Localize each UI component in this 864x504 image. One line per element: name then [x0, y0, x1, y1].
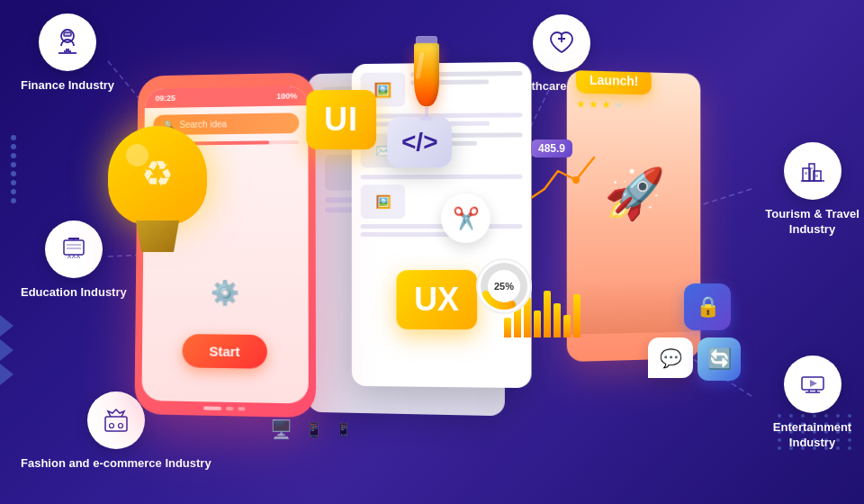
percentage-circle: 25% — [468, 250, 540, 322]
phone-battery: 100% — [276, 92, 297, 101]
entertainment-label: Entertainment Industry — [760, 420, 864, 451]
finance-icon-circle — [39, 14, 96, 71]
mobile-icon: 📱 — [336, 422, 351, 436]
svg-point-23 — [109, 424, 113, 428]
svg-rect-18 — [64, 240, 84, 255]
lightbulb-illustration: ♻ — [90, 126, 225, 288]
industry-tourism: Tourism & Travel Industry — [760, 142, 864, 238]
svg-point-24 — [118, 424, 122, 428]
desktop-icon: 🖥️ — [270, 418, 292, 440]
right-screen-mockup: Launch! ★ ★ ★ ★ 🚀 — [567, 70, 701, 362]
svg-rect-15 — [805, 172, 807, 175]
ui-badge: UI — [306, 90, 376, 149]
chat-bubble-icon: 💬 — [648, 338, 693, 378]
finance-label: Finance Industry — [21, 78, 114, 94]
launch-badge: Launch! — [576, 70, 652, 95]
stars-area: ★ ★ ★ ★ — [576, 98, 624, 112]
ux-badge: UX — [396, 270, 477, 329]
entertainment-icon-circle — [784, 356, 842, 413]
code-badge: </> — [387, 117, 452, 167]
lock-icon-box: 🔒 — [684, 284, 731, 330]
industry-entertainment: Entertainment Industry — [760, 356, 864, 451]
graph-line — [531, 153, 603, 207]
svg-rect-16 — [811, 167, 813, 169]
svg-rect-17 — [815, 175, 818, 177]
arrow-decorations-left — [0, 315, 14, 388]
svg-text:A A A: A A A — [68, 254, 80, 259]
refresh-icon-box: 🔄 — [698, 338, 741, 381]
tourism-label: Tourism & Travel Industry — [760, 207, 864, 238]
svg-point-33 — [572, 176, 580, 184]
start-button[interactable]: Start — [209, 343, 239, 359]
svg-rect-22 — [105, 417, 127, 431]
fashion-label: Fashion and e-commerce Industry — [21, 456, 212, 472]
tools-icon: ✂️ — [441, 194, 490, 243]
graph-value-label: 485.9 — [531, 140, 572, 158]
device-icons-bar: 🖥️ 📱 📱 — [270, 418, 351, 440]
test-tube-illustration — [414, 36, 439, 121]
fashion-icon-circle — [87, 392, 145, 449]
phone-time: 09:25 — [156, 94, 176, 103]
healthcare-icon-circle — [533, 14, 590, 72]
bulb-symbol: ♻ — [141, 153, 174, 194]
svg-marker-26 — [810, 380, 817, 387]
tablet-icon: 📱 — [305, 421, 323, 438]
tourism-icon-circle — [784, 142, 842, 200]
industry-finance: Finance Industry — [21, 14, 114, 94]
